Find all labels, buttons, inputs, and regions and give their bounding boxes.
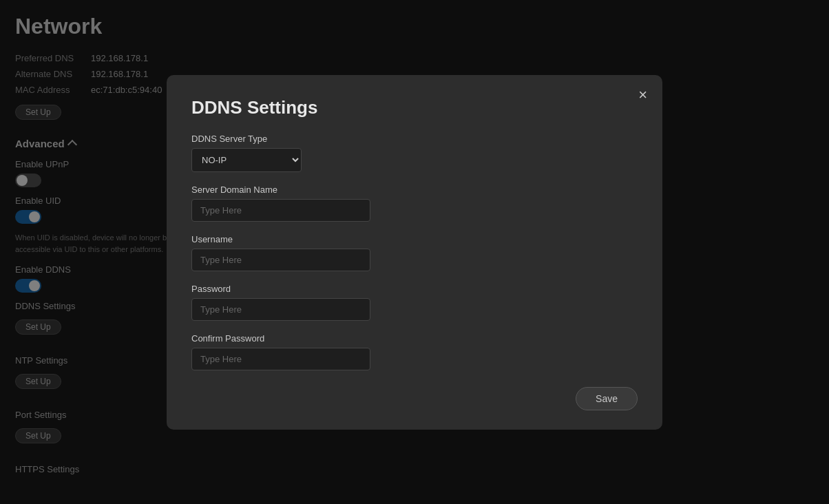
confirm-password-label: Confirm Password	[191, 333, 638, 344]
server-type-group: DDNS Server Type NO-IP DynDNS Custom	[191, 134, 638, 172]
password-label: Password	[191, 284, 638, 294]
modal-title: DDNS Settings	[191, 97, 638, 118]
domain-label: Server Domain Name	[191, 185, 638, 195]
username-group: Username	[191, 234, 638, 271]
password-group: Password	[191, 284, 638, 321]
username-label: Username	[191, 234, 638, 244]
server-type-label: DDNS Server Type	[191, 134, 638, 144]
confirm-password-group: Confirm Password	[191, 333, 638, 370]
confirm-password-input[interactable]	[191, 348, 370, 370]
ddns-modal: DDNS Settings × DDNS Server Type NO-IP D…	[167, 75, 662, 430]
save-button[interactable]: Save	[576, 387, 638, 410]
domain-group: Server Domain Name	[191, 185, 638, 222]
close-button[interactable]: ×	[638, 87, 647, 103]
modal-overlay: DDNS Settings × DDNS Server Type NO-IP D…	[0, 0, 829, 504]
server-type-select[interactable]: NO-IP DynDNS Custom	[191, 148, 302, 172]
username-input[interactable]	[191, 249, 370, 271]
password-input[interactable]	[191, 298, 370, 321]
modal-footer: Save	[191, 387, 638, 410]
domain-input[interactable]	[191, 199, 370, 222]
